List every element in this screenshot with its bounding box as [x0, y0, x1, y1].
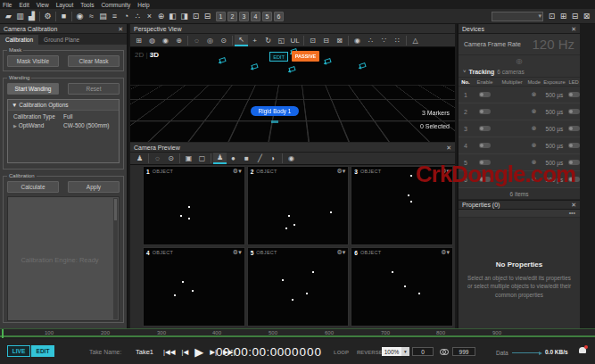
layout-preset-6[interactable]: 6 — [274, 12, 284, 21]
zoom-icon[interactable]: ◌ — [190, 35, 203, 46]
camera-tile-2[interactable]: 2OBJECT⚙▾ — [247, 166, 350, 245]
skeleton-pose-icon[interactable]: △ — [409, 35, 422, 46]
tracking-group-row[interactable]: ˅ Tracking 6 cameras — [459, 66, 580, 78]
camera-view-icon[interactable]: ◉ — [159, 35, 172, 46]
gear-icon[interactable]: ⚙▾ — [337, 249, 346, 256]
mask-visible-button[interactable]: Mask Visible — [7, 55, 59, 67]
viewport-3d[interactable]: 2D | 3D EDIT PASSIVE Rigid Body 1 3 Mark… — [130, 47, 455, 142]
wand-view-icon[interactable]: ♟ — [133, 153, 146, 164]
layout-split-icon[interactable]: ⊡ — [546, 11, 558, 22]
gear-icon[interactable]: ⚙▾ — [233, 168, 242, 175]
calibration-type-row[interactable]: Calibration Type Full — [8, 111, 119, 120]
close-icon[interactable]: ✕ — [118, 26, 123, 32]
zoom-selection-icon[interactable]: ⊙ — [164, 153, 178, 164]
layout-close-icon[interactable]: ⊠ — [581, 11, 592, 22]
frame-rate-value[interactable]: 120 Hz — [532, 37, 574, 52]
reset-button[interactable]: Reset — [68, 83, 120, 95]
timeline-ruler[interactable]: 100200300400500600700800900 — [0, 328, 595, 337]
settings-icon[interactable]: ⚙ — [42, 11, 54, 22]
camera-tile-6[interactable]: 6OBJECT⚙▾ — [351, 247, 453, 327]
mode-icon[interactable]: ⊗ — [532, 91, 537, 98]
enable-toggle[interactable] — [479, 92, 491, 97]
raw-mode-icon[interactable]: ■ — [240, 153, 253, 164]
menu-view[interactable]: View — [37, 2, 49, 8]
playback-speed-select[interactable]: 100% — [382, 347, 401, 356]
chevron-down-icon[interactable]: ▾ — [401, 347, 409, 356]
add-marker-icon[interactable]: ⊡ — [306, 35, 319, 46]
eye-icon[interactable]: ◉ — [285, 153, 298, 164]
markers-icon[interactable]: ∴ — [132, 11, 144, 22]
translate-tool-icon[interactable]: + — [248, 35, 261, 46]
add-icon[interactable]: ⊕ — [155, 11, 167, 22]
tracker-icon[interactable]: ⊕ — [172, 35, 186, 46]
calibration-type-value[interactable]: Full — [63, 113, 115, 120]
clear-mask-button[interactable]: Clear Mask — [68, 55, 120, 67]
mode-icon[interactable]: ⊗ — [532, 125, 537, 132]
camera-glyph-4[interactable] — [288, 66, 295, 72]
apply-button[interactable]: Apply — [68, 181, 120, 193]
visibility-icon[interactable]: ◉ — [351, 35, 364, 46]
view-mode-toggle[interactable]: 2D | 3D — [135, 51, 159, 59]
grid-on-icon[interactable]: ▣ — [182, 153, 195, 164]
open-icon[interactable]: ▰ — [3, 11, 14, 22]
close-icon[interactable]: ✕ — [571, 26, 576, 32]
take-name-value[interactable]: Take1 — [136, 348, 153, 356]
enable-toggle[interactable] — [479, 109, 491, 114]
exposure-value[interactable]: 500 µs — [546, 126, 564, 132]
graph-right-icon[interactable]: ◨ — [178, 11, 190, 22]
range-start-field[interactable]: 0 — [412, 347, 434, 356]
camera-tile-4[interactable]: 4OBJECT⚙▾ — [143, 247, 245, 327]
close-icon[interactable]: ✕ — [571, 202, 576, 208]
layout-preset-5[interactable]: 5 — [262, 12, 272, 21]
loop-toggle[interactable]: LOOP — [334, 350, 349, 355]
playhead[interactable] — [2, 329, 4, 338]
passive-mode-button[interactable]: PASSIVE — [292, 51, 319, 62]
marker-link-icon[interactable]: ∵ — [377, 35, 391, 46]
menu-edit[interactable]: Edit — [19, 2, 29, 8]
calculate-button[interactable]: Calculate — [7, 181, 59, 193]
select-tool-icon[interactable]: ↖ — [235, 35, 248, 46]
exposure-value[interactable]: 500 µs — [546, 92, 564, 98]
binoculars-icon[interactable] — [440, 349, 449, 354]
log-scrollbar[interactable] — [113, 198, 118, 319]
reverse-toggle[interactable]: REVERSE — [357, 350, 383, 355]
menu-file[interactable]: File — [3, 2, 12, 8]
layout-rows-icon[interactable]: ⊟ — [569, 11, 581, 22]
zoom-fit-icon[interactable]: ◎ — [203, 35, 217, 46]
layers-icon[interactable]: ▤ — [97, 11, 109, 22]
layout-preset-4[interactable]: 4 — [251, 12, 260, 21]
prev-frame-button[interactable]: |◀ — [181, 348, 188, 356]
device-row-3[interactable]: 3⊗500 µs — [459, 120, 580, 137]
link-icon[interactable]: ⊡ — [190, 11, 202, 22]
mode-icon[interactable]: ⊗ — [532, 108, 537, 115]
save-icon[interactable]: ▥ — [14, 11, 26, 22]
camera-glyph-1[interactable] — [219, 57, 226, 63]
remove-marker-icon[interactable]: ⊟ — [319, 35, 333, 46]
enable-toggle[interactable] — [479, 143, 491, 148]
exposure-value[interactable]: 500 µs — [546, 143, 564, 149]
marker-group-icon[interactable]: ∷ — [391, 35, 404, 46]
layout-preset-2[interactable]: 2 — [227, 12, 237, 21]
properties-menu-icon[interactable]: ••• — [459, 210, 580, 218]
marker-mode-icon[interactable]: ● — [227, 153, 240, 164]
zoom-selection-icon[interactable]: ⊙ — [217, 35, 230, 46]
marker-set-icon[interactable]: ∴ — [364, 35, 377, 46]
optiwand-row[interactable]: ▶ OptiWand CW-500 (500mm) — [8, 120, 119, 128]
view-grid-icon[interactable]: ⊞ — [132, 35, 145, 46]
zoom-icon[interactable]: ◌ — [151, 153, 164, 164]
frame-counter[interactable]: 0000 — [292, 345, 322, 359]
device-row-4[interactable]: 4⊗500 µs — [459, 137, 580, 154]
menu-help[interactable]: Help — [137, 2, 149, 8]
start-wanding-button[interactable]: Start Wanding — [7, 83, 59, 95]
camera-tile-5[interactable]: 5OBJECT⚙▾ — [247, 247, 350, 327]
camera-glyph-6[interactable] — [359, 62, 366, 69]
menu-tools[interactable]: Tools — [80, 2, 94, 8]
object-mode-icon[interactable]: ♟ — [213, 153, 227, 164]
gear-icon[interactable]: ⚙▾ — [337, 168, 346, 175]
grid-off-icon[interactable]: ▢ — [195, 153, 209, 164]
gear-icon[interactable]: ⚙▾ — [441, 249, 450, 256]
rotate-tool-icon[interactable]: ↻ — [261, 35, 275, 46]
graph-left-icon[interactable]: ◧ — [167, 11, 178, 22]
led-toggle[interactable] — [568, 143, 580, 148]
play-button[interactable]: ▶ — [194, 345, 203, 359]
